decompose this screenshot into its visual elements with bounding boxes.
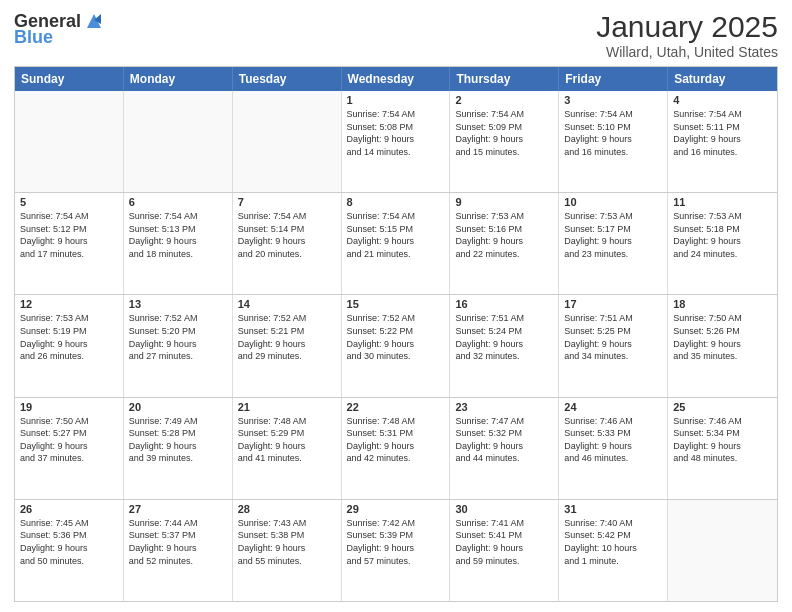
day-number: 16 — [455, 298, 553, 310]
cell-text: Sunrise: 7:52 AM Sunset: 5:20 PM Dayligh… — [129, 312, 227, 362]
day-number: 4 — [673, 94, 772, 106]
day-number: 1 — [347, 94, 445, 106]
cell-text: Sunrise: 7:48 AM Sunset: 5:29 PM Dayligh… — [238, 415, 336, 465]
header-cell-thursday: Thursday — [450, 67, 559, 91]
calendar-body: 1Sunrise: 7:54 AM Sunset: 5:08 PM Daylig… — [15, 91, 777, 601]
day-cell-29: 29Sunrise: 7:42 AM Sunset: 5:39 PM Dayli… — [342, 500, 451, 601]
day-number: 3 — [564, 94, 662, 106]
day-number: 19 — [20, 401, 118, 413]
day-cell-14: 14Sunrise: 7:52 AM Sunset: 5:21 PM Dayli… — [233, 295, 342, 396]
cell-text: Sunrise: 7:49 AM Sunset: 5:28 PM Dayligh… — [129, 415, 227, 465]
cell-text: Sunrise: 7:46 AM Sunset: 5:33 PM Dayligh… — [564, 415, 662, 465]
cell-text: Sunrise: 7:54 AM Sunset: 5:14 PM Dayligh… — [238, 210, 336, 260]
day-number: 24 — [564, 401, 662, 413]
day-cell-12: 12Sunrise: 7:53 AM Sunset: 5:19 PM Dayli… — [15, 295, 124, 396]
day-cell-30: 30Sunrise: 7:41 AM Sunset: 5:41 PM Dayli… — [450, 500, 559, 601]
day-cell-10: 10Sunrise: 7:53 AM Sunset: 5:17 PM Dayli… — [559, 193, 668, 294]
logo-blue: Blue — [14, 28, 53, 46]
logo-icon — [83, 10, 105, 32]
header-cell-tuesday: Tuesday — [233, 67, 342, 91]
empty-cell-0-2 — [233, 91, 342, 192]
day-number: 2 — [455, 94, 553, 106]
day-cell-13: 13Sunrise: 7:52 AM Sunset: 5:20 PM Dayli… — [124, 295, 233, 396]
day-number: 11 — [673, 196, 772, 208]
day-number: 17 — [564, 298, 662, 310]
day-number: 21 — [238, 401, 336, 413]
cell-text: Sunrise: 7:47 AM Sunset: 5:32 PM Dayligh… — [455, 415, 553, 465]
cell-text: Sunrise: 7:54 AM Sunset: 5:15 PM Dayligh… — [347, 210, 445, 260]
day-number: 20 — [129, 401, 227, 413]
header-cell-wednesday: Wednesday — [342, 67, 451, 91]
day-cell-3: 3Sunrise: 7:54 AM Sunset: 5:10 PM Daylig… — [559, 91, 668, 192]
day-number: 9 — [455, 196, 553, 208]
day-number: 27 — [129, 503, 227, 515]
calendar-row-0: 1Sunrise: 7:54 AM Sunset: 5:08 PM Daylig… — [15, 91, 777, 192]
day-cell-15: 15Sunrise: 7:52 AM Sunset: 5:22 PM Dayli… — [342, 295, 451, 396]
day-cell-26: 26Sunrise: 7:45 AM Sunset: 5:36 PM Dayli… — [15, 500, 124, 601]
calendar-row-4: 26Sunrise: 7:45 AM Sunset: 5:36 PM Dayli… — [15, 499, 777, 601]
day-cell-11: 11Sunrise: 7:53 AM Sunset: 5:18 PM Dayli… — [668, 193, 777, 294]
header: General Blue January 2025 Willard, Utah,… — [14, 10, 778, 60]
cell-text: Sunrise: 7:53 AM Sunset: 5:19 PM Dayligh… — [20, 312, 118, 362]
empty-cell-0-1 — [124, 91, 233, 192]
day-cell-25: 25Sunrise: 7:46 AM Sunset: 5:34 PM Dayli… — [668, 398, 777, 499]
cell-text: Sunrise: 7:53 AM Sunset: 5:17 PM Dayligh… — [564, 210, 662, 260]
header-cell-saturday: Saturday — [668, 67, 777, 91]
cell-text: Sunrise: 7:54 AM Sunset: 5:09 PM Dayligh… — [455, 108, 553, 158]
day-number: 8 — [347, 196, 445, 208]
cell-text: Sunrise: 7:53 AM Sunset: 5:18 PM Dayligh… — [673, 210, 772, 260]
day-cell-19: 19Sunrise: 7:50 AM Sunset: 5:27 PM Dayli… — [15, 398, 124, 499]
day-number: 7 — [238, 196, 336, 208]
header-cell-friday: Friday — [559, 67, 668, 91]
cell-text: Sunrise: 7:53 AM Sunset: 5:16 PM Dayligh… — [455, 210, 553, 260]
day-number: 14 — [238, 298, 336, 310]
page: General Blue January 2025 Willard, Utah,… — [0, 0, 792, 612]
header-cell-monday: Monday — [124, 67, 233, 91]
day-cell-22: 22Sunrise: 7:48 AM Sunset: 5:31 PM Dayli… — [342, 398, 451, 499]
day-cell-7: 7Sunrise: 7:54 AM Sunset: 5:14 PM Daylig… — [233, 193, 342, 294]
day-number: 18 — [673, 298, 772, 310]
day-cell-16: 16Sunrise: 7:51 AM Sunset: 5:24 PM Dayli… — [450, 295, 559, 396]
title-block: January 2025 Willard, Utah, United State… — [596, 10, 778, 60]
calendar: SundayMondayTuesdayWednesdayThursdayFrid… — [14, 66, 778, 602]
day-number: 31 — [564, 503, 662, 515]
day-number: 5 — [20, 196, 118, 208]
day-number: 10 — [564, 196, 662, 208]
cell-text: Sunrise: 7:51 AM Sunset: 5:25 PM Dayligh… — [564, 312, 662, 362]
cell-text: Sunrise: 7:42 AM Sunset: 5:39 PM Dayligh… — [347, 517, 445, 567]
cell-text: Sunrise: 7:50 AM Sunset: 5:26 PM Dayligh… — [673, 312, 772, 362]
day-cell-4: 4Sunrise: 7:54 AM Sunset: 5:11 PM Daylig… — [668, 91, 777, 192]
day-cell-27: 27Sunrise: 7:44 AM Sunset: 5:37 PM Dayli… — [124, 500, 233, 601]
day-cell-5: 5Sunrise: 7:54 AM Sunset: 5:12 PM Daylig… — [15, 193, 124, 294]
cell-text: Sunrise: 7:54 AM Sunset: 5:13 PM Dayligh… — [129, 210, 227, 260]
cell-text: Sunrise: 7:54 AM Sunset: 5:11 PM Dayligh… — [673, 108, 772, 158]
day-number: 23 — [455, 401, 553, 413]
day-number: 15 — [347, 298, 445, 310]
cell-text: Sunrise: 7:54 AM Sunset: 5:08 PM Dayligh… — [347, 108, 445, 158]
cell-text: Sunrise: 7:46 AM Sunset: 5:34 PM Dayligh… — [673, 415, 772, 465]
day-cell-20: 20Sunrise: 7:49 AM Sunset: 5:28 PM Dayli… — [124, 398, 233, 499]
calendar-row-2: 12Sunrise: 7:53 AM Sunset: 5:19 PM Dayli… — [15, 294, 777, 396]
day-number: 13 — [129, 298, 227, 310]
day-number: 25 — [673, 401, 772, 413]
day-number: 26 — [20, 503, 118, 515]
location: Willard, Utah, United States — [596, 44, 778, 60]
day-number: 22 — [347, 401, 445, 413]
day-cell-24: 24Sunrise: 7:46 AM Sunset: 5:33 PM Dayli… — [559, 398, 668, 499]
calendar-row-3: 19Sunrise: 7:50 AM Sunset: 5:27 PM Dayli… — [15, 397, 777, 499]
cell-text: Sunrise: 7:51 AM Sunset: 5:24 PM Dayligh… — [455, 312, 553, 362]
cell-text: Sunrise: 7:40 AM Sunset: 5:42 PM Dayligh… — [564, 517, 662, 567]
day-cell-9: 9Sunrise: 7:53 AM Sunset: 5:16 PM Daylig… — [450, 193, 559, 294]
day-cell-28: 28Sunrise: 7:43 AM Sunset: 5:38 PM Dayli… — [233, 500, 342, 601]
day-number: 6 — [129, 196, 227, 208]
cell-text: Sunrise: 7:43 AM Sunset: 5:38 PM Dayligh… — [238, 517, 336, 567]
empty-cell-4-6 — [668, 500, 777, 601]
cell-text: Sunrise: 7:48 AM Sunset: 5:31 PM Dayligh… — [347, 415, 445, 465]
calendar-row-1: 5Sunrise: 7:54 AM Sunset: 5:12 PM Daylig… — [15, 192, 777, 294]
day-cell-6: 6Sunrise: 7:54 AM Sunset: 5:13 PM Daylig… — [124, 193, 233, 294]
day-number: 29 — [347, 503, 445, 515]
day-cell-21: 21Sunrise: 7:48 AM Sunset: 5:29 PM Dayli… — [233, 398, 342, 499]
header-cell-sunday: Sunday — [15, 67, 124, 91]
empty-cell-0-0 — [15, 91, 124, 192]
logo: General Blue — [14, 10, 105, 46]
